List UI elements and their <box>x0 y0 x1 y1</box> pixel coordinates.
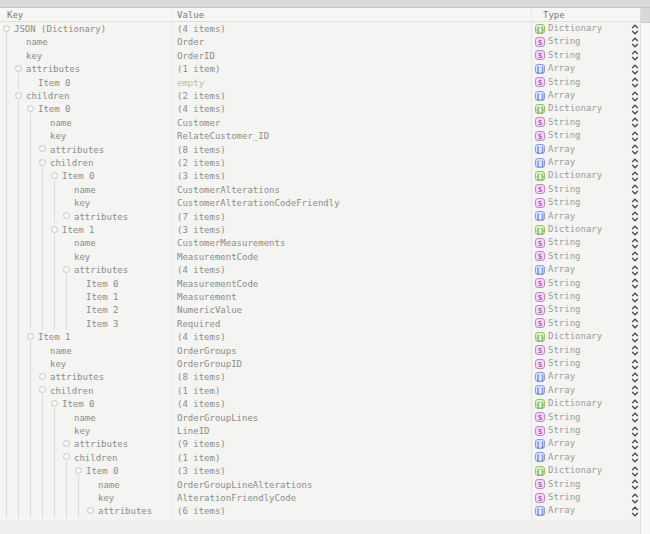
table-row[interactable]: Item 0(4 items){}Dictionary <box>0 397 640 410</box>
table-row[interactable]: Item 2NumericValueSString <box>0 303 640 316</box>
disclosure-circle-icon[interactable] <box>27 105 34 112</box>
column-header-type[interactable]: Type <box>543 10 565 20</box>
table-row[interactable]: nameOrderSString <box>0 35 640 48</box>
table-row[interactable]: keyOrderIDSString <box>0 49 640 62</box>
stepper-icon[interactable] <box>631 265 639 276</box>
stepper-icon[interactable] <box>631 238 639 249</box>
stepper-icon[interactable] <box>631 64 639 75</box>
disclosure-circle-icon[interactable] <box>87 507 94 514</box>
stepper-icon[interactable] <box>631 385 639 396</box>
stepper-icon[interactable] <box>631 158 639 169</box>
stepper-icon[interactable] <box>631 198 639 209</box>
table-row[interactable]: keyAlterationFriendlyCodeSString <box>0 491 640 504</box>
disclosure-circle-icon[interactable] <box>63 453 70 460</box>
stepper-icon[interactable] <box>631 345 639 356</box>
stepper-icon[interactable] <box>631 144 639 155</box>
table-row[interactable]: nameCustomerMeasurementsSString <box>0 236 640 249</box>
stepper-icon[interactable] <box>631 225 639 236</box>
column-header-value[interactable]: Value <box>177 10 204 20</box>
stepper-icon[interactable] <box>631 318 639 329</box>
disclosure-circle-icon[interactable] <box>51 400 58 407</box>
table-row[interactable]: attributes(6 items)[]Array <box>0 504 640 517</box>
column-header-key[interactable]: Key <box>7 10 23 20</box>
table-row[interactable]: attributes(8 items)[]Array <box>0 370 640 383</box>
stepper-icon[interactable] <box>631 24 639 35</box>
stepper-icon[interactable] <box>631 479 639 490</box>
table-row[interactable]: children(1 item)[]Array <box>0 451 640 464</box>
row-type-label: String <box>548 50 581 60</box>
disclosure-circle-icon[interactable] <box>63 266 70 273</box>
table-row[interactable]: keyLineIDSString <box>0 424 640 437</box>
stepper-icon[interactable] <box>631 493 639 504</box>
table-row[interactable]: children(2 items)[]Array <box>0 89 640 102</box>
disclosure-circle-icon[interactable] <box>63 440 70 447</box>
table-row[interactable]: keyMeasurementCodeSString <box>0 250 640 263</box>
string-s-icon: S <box>535 117 545 127</box>
stepper-icon[interactable] <box>631 37 639 48</box>
stepper-icon[interactable] <box>631 50 639 61</box>
disclosure-circle-icon[interactable] <box>39 373 46 380</box>
table-row[interactable]: attributes(7 items)[]Array <box>0 210 640 223</box>
stepper-icon[interactable] <box>631 305 639 316</box>
table-row[interactable]: attributes(4 items)[]Array <box>0 263 640 276</box>
table-row[interactable]: attributes(8 items)[]Array <box>0 143 640 156</box>
stepper-icon[interactable] <box>631 466 639 477</box>
stepper-icon[interactable] <box>631 278 639 289</box>
table-row[interactable]: nameOrderGroupsSString <box>0 344 640 357</box>
stepper-icon[interactable] <box>631 211 639 222</box>
table-row[interactable]: Item 0(4 items){}Dictionary <box>0 102 640 115</box>
table-row[interactable]: attributes(9 items)[]Array <box>0 437 640 450</box>
table-row[interactable]: Item 0MeasurementCodeSString <box>0 277 640 290</box>
table-row[interactable]: attributes(1 item)[]Array <box>0 62 640 75</box>
stepper-icon[interactable] <box>631 91 639 102</box>
stepper-icon[interactable] <box>631 184 639 195</box>
stepper-icon[interactable] <box>631 77 639 88</box>
stepper-icon[interactable] <box>631 171 639 182</box>
stepper-icon[interactable] <box>631 104 639 115</box>
disclosure-circle-icon[interactable] <box>63 212 70 219</box>
string-s-icon: S <box>535 493 545 503</box>
table-row[interactable]: nameOrderGroupLineAlterationsSString <box>0 478 640 491</box>
stepper-icon[interactable] <box>631 412 639 423</box>
stepper-icon[interactable] <box>631 452 639 463</box>
table-row[interactable]: children(1 item)[]Array <box>0 384 640 397</box>
stepper-icon[interactable] <box>631 359 639 370</box>
stepper-icon[interactable] <box>631 131 639 142</box>
table-row[interactable]: nameCustomerSString <box>0 116 640 129</box>
table-row[interactable]: Item 3RequiredSString <box>0 317 640 330</box>
table-row[interactable]: Item 0(3 items){}Dictionary <box>0 464 640 477</box>
disclosure-circle-icon[interactable] <box>39 145 46 152</box>
stepper-icon[interactable] <box>631 399 639 410</box>
disclosure-circle-icon[interactable] <box>75 467 82 474</box>
table-row[interactable]: nameOrderGroupLinesSString <box>0 411 640 424</box>
stepper-icon[interactable] <box>631 439 639 450</box>
table-row[interactable]: Item 1(4 items){}Dictionary <box>0 330 640 343</box>
table-row[interactable]: keyCustomerAlterationCodeFriendlySString <box>0 196 640 209</box>
table-row[interactable]: Item 0(3 items){}Dictionary <box>0 169 640 182</box>
disclosure-circle-icon[interactable] <box>51 226 58 233</box>
stepper-icon[interactable] <box>631 292 639 303</box>
stepper-icon[interactable] <box>631 506 639 517</box>
stepper-icon[interactable] <box>631 372 639 383</box>
table-row[interactable]: JSON (Dictionary)(4 items){}Dictionary <box>0 22 640 35</box>
table-row[interactable]: Item 0emptySString <box>0 76 640 89</box>
disclosure-circle-icon[interactable] <box>15 65 22 72</box>
table-row[interactable]: nameCustomerAlterationsSString <box>0 183 640 196</box>
disclosure-circle-icon[interactable] <box>15 92 22 99</box>
disclosure-circle-icon[interactable] <box>27 333 34 340</box>
stepper-icon[interactable] <box>631 117 639 128</box>
stepper-icon[interactable] <box>631 251 639 262</box>
stepper-icon[interactable] <box>631 426 639 437</box>
disclosure-circle-icon[interactable] <box>39 386 46 393</box>
table-row[interactable]: keyOrderGroupIDSString <box>0 357 640 370</box>
disclosure-circle-icon[interactable] <box>51 172 58 179</box>
table-row[interactable]: Item 1(3 items){}Dictionary <box>0 223 640 236</box>
disclosure-circle-icon[interactable] <box>3 25 10 32</box>
table-row[interactable]: Item 1MeasurementSString <box>0 290 640 303</box>
table-row[interactable]: children(2 items)[]Array <box>0 156 640 169</box>
row-value: OrderID <box>177 51 215 61</box>
stepper-icon[interactable] <box>631 332 639 343</box>
disclosure-circle-icon[interactable] <box>39 159 46 166</box>
vertical-scrollbar[interactable] <box>641 8 650 534</box>
table-row[interactable]: keyRelateCustomer_IDSString <box>0 129 640 142</box>
